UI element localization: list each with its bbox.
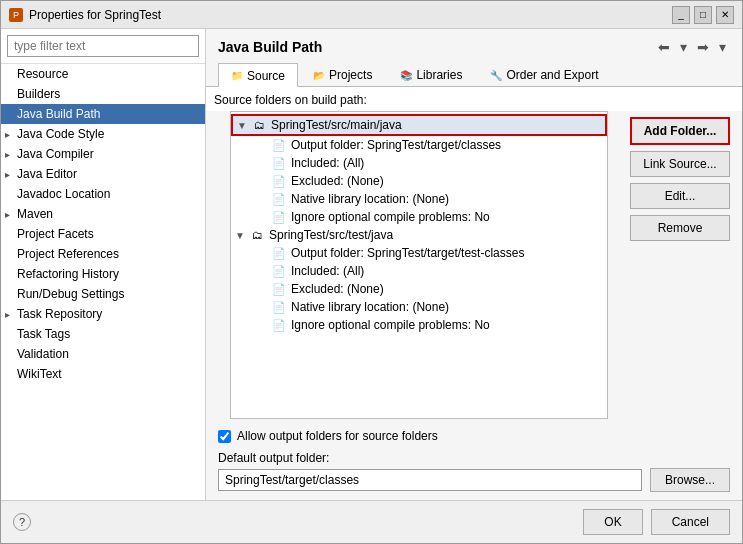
- tab-libraries[interactable]: 📚 Libraries: [387, 63, 475, 86]
- dropdown2-button[interactable]: ▾: [715, 37, 730, 57]
- ok-button[interactable]: OK: [583, 509, 642, 535]
- expand-arrow-icon: ▸: [5, 309, 17, 320]
- forward-button[interactable]: ➡: [693, 37, 713, 57]
- minimize-button[interactable]: _: [672, 6, 690, 24]
- tab-source-label: Source: [247, 69, 285, 83]
- content-area: ▼ 🗂 SpringTest/src/main/java 📄 Output fo…: [230, 111, 608, 419]
- sidebar-item-label: Run/Debug Settings: [17, 287, 124, 301]
- bottom-area: Allow output folders for source folders …: [206, 419, 742, 500]
- right-panel: Java Build Path ⬅ ▾ ➡ ▾ 📁 Source 📂 Proje…: [206, 29, 742, 500]
- sidebar-item-label: Project References: [17, 247, 119, 261]
- sidebar-item-label: Java Build Path: [17, 107, 100, 121]
- panel-body: ▼ 🗂 SpringTest/src/main/java 📄 Output fo…: [206, 111, 742, 419]
- sidebar-item[interactable]: ▸ Task Repository: [1, 304, 205, 324]
- sidebar-item[interactable]: Javadoc Location: [1, 184, 205, 204]
- panel-header: Java Build Path ⬅ ▾ ➡ ▾: [206, 29, 742, 63]
- tree-item-label: Output folder: SpringTest/target/test-cl…: [291, 246, 524, 260]
- tree-item-label: SpringTest/src/test/java: [269, 228, 393, 242]
- tree-row[interactable]: 📄 Output folder: SpringTest/target/test-…: [231, 244, 607, 262]
- excluded-icon: 📄: [271, 175, 287, 188]
- expand-arrow-icon: ▸: [5, 149, 17, 160]
- tree-area: ▼ 🗂 SpringTest/src/main/java 📄 Output fo…: [231, 112, 607, 418]
- add-folder-button[interactable]: Add Folder...: [630, 117, 730, 145]
- help-button[interactable]: ?: [13, 513, 31, 531]
- projects-tab-icon: 📂: [313, 70, 325, 81]
- sidebar-item-label: Builders: [17, 87, 60, 101]
- output-icon: 📄: [271, 139, 287, 152]
- tree-row[interactable]: 📄 Included: (All): [231, 154, 607, 172]
- order-tab-icon: 🔧: [490, 70, 502, 81]
- sidebar-item[interactable]: Validation: [1, 344, 205, 364]
- tree-row[interactable]: 📄 Excluded: (None): [231, 280, 607, 298]
- sidebar-item-label: Java Editor: [17, 167, 77, 181]
- tab-source[interactable]: 📁 Source: [218, 63, 298, 87]
- tree-row[interactable]: 📄 Native library location: (None): [231, 298, 607, 316]
- tree-row[interactable]: 📄 Native library location: (None): [231, 190, 607, 208]
- sidebar-item[interactable]: Refactoring History: [1, 264, 205, 284]
- sidebar-item[interactable]: Run/Debug Settings: [1, 284, 205, 304]
- tree-row[interactable]: 📄 Output folder: SpringTest/target/class…: [231, 136, 607, 154]
- close-button[interactable]: ✕: [716, 6, 734, 24]
- filter-box: [1, 29, 205, 64]
- sidebar-item-label: Task Tags: [17, 327, 70, 341]
- tab-projects[interactable]: 📂 Projects: [300, 63, 385, 86]
- cancel-button[interactable]: Cancel: [651, 509, 730, 535]
- tree-row[interactable]: 📄 Included: (All): [231, 262, 607, 280]
- tree-row[interactable]: 📄 Ignore optional compile problems: No: [231, 316, 607, 334]
- maximize-button[interactable]: □: [694, 6, 712, 24]
- sidebar-items: ResourceBuildersJava Build Path▸ Java Co…: [1, 64, 205, 500]
- link-source-button[interactable]: Link Source...: [630, 151, 730, 177]
- expand-arrow-icon: ▸: [5, 169, 17, 180]
- sidebar: ResourceBuildersJava Build Path▸ Java Co…: [1, 29, 206, 500]
- sidebar-item[interactable]: Task Tags: [1, 324, 205, 344]
- included2-icon: 📄: [271, 265, 287, 278]
- title-bar: P Properties for SpringTest _ □ ✕: [1, 1, 742, 29]
- excluded2-icon: 📄: [271, 283, 287, 296]
- tree-item-label: Output folder: SpringTest/target/classes: [291, 138, 501, 152]
- sidebar-item[interactable]: Builders: [1, 84, 205, 104]
- folder-icon: 🗂: [251, 119, 267, 131]
- tree-row[interactable]: ▼ 🗂 SpringTest/src/test/java: [231, 226, 607, 244]
- tree-item-label: Excluded: (None): [291, 282, 384, 296]
- sidebar-item-label: Resource: [17, 67, 68, 81]
- source-folders-label: Source folders on build path:: [206, 87, 742, 111]
- remove-button[interactable]: Remove: [630, 215, 730, 241]
- sidebar-item[interactable]: Java Build Path: [1, 104, 205, 124]
- edit-button[interactable]: Edit...: [630, 183, 730, 209]
- output2-icon: 📄: [271, 247, 287, 260]
- tree-row[interactable]: ▼ 🗂 SpringTest/src/main/java: [231, 114, 607, 136]
- title-bar-left: P Properties for SpringTest: [9, 8, 161, 22]
- sidebar-item[interactable]: ▸ Java Compiler: [1, 144, 205, 164]
- sidebar-item[interactable]: Project Facets: [1, 224, 205, 244]
- sidebar-item-label: Javadoc Location: [17, 187, 110, 201]
- sidebar-item-label: Java Compiler: [17, 147, 94, 161]
- tab-order-export[interactable]: 🔧 Order and Export: [477, 63, 611, 86]
- tree-item-label: Native library location: (None): [291, 192, 449, 206]
- included-icon: 📄: [271, 157, 287, 170]
- sidebar-item-label: Java Code Style: [17, 127, 104, 141]
- browse-button[interactable]: Browse...: [650, 468, 730, 492]
- window-icon: P: [9, 8, 23, 22]
- tree-item-label: Included: (All): [291, 264, 364, 278]
- output-folder-input[interactable]: [218, 469, 642, 491]
- sidebar-item[interactable]: Project References: [1, 244, 205, 264]
- filter-input[interactable]: [7, 35, 199, 57]
- sidebar-item[interactable]: ▸ Java Editor: [1, 164, 205, 184]
- allow-output-checkbox[interactable]: [218, 430, 231, 443]
- panel-title: Java Build Path: [218, 39, 322, 55]
- expand-icon: ▼: [235, 230, 245, 241]
- allow-output-row: Allow output folders for source folders: [218, 425, 730, 447]
- back-button[interactable]: ⬅: [654, 37, 674, 57]
- sidebar-item[interactable]: ▸ Java Code Style: [1, 124, 205, 144]
- sidebar-item[interactable]: WikiText: [1, 364, 205, 384]
- footer-right: OK Cancel: [583, 509, 730, 535]
- sidebar-item[interactable]: Resource: [1, 64, 205, 84]
- tree-row[interactable]: 📄 Excluded: (None): [231, 172, 607, 190]
- sidebar-item-label: Task Repository: [17, 307, 102, 321]
- tree-row[interactable]: 📄 Ignore optional compile problems: No: [231, 208, 607, 226]
- native-lib2-icon: 📄: [271, 301, 287, 314]
- expand-arrow-icon: ▸: [5, 209, 17, 220]
- sidebar-item[interactable]: ▸ Maven: [1, 204, 205, 224]
- dropdown-button[interactable]: ▾: [676, 37, 691, 57]
- footer: ? OK Cancel: [1, 500, 742, 543]
